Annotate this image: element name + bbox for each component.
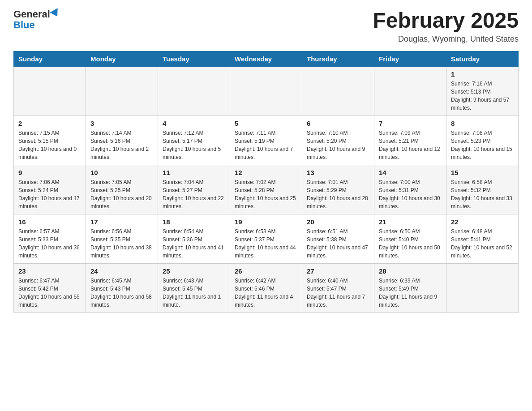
day-number: 14 <box>379 169 442 176</box>
calendar-cell: 11Sunrise: 7:04 AMSunset: 5:27 PMDayligh… <box>158 165 230 214</box>
weekday-header-tuesday: Tuesday <box>158 51 230 66</box>
day-number: 25 <box>163 267 225 275</box>
day-number: 20 <box>307 218 369 226</box>
day-number: 11 <box>163 169 225 176</box>
day-number: 28 <box>379 267 442 275</box>
calendar-body: 1Sunrise: 7:16 AMSunset: 5:13 PMDaylight… <box>14 66 519 313</box>
calendar-cell: 6Sunrise: 7:10 AMSunset: 5:20 PMDaylight… <box>302 116 374 165</box>
day-info: Sunrise: 6:48 AMSunset: 5:41 PMDaylight:… <box>451 227 514 260</box>
calendar-cell: 7Sunrise: 7:09 AMSunset: 5:21 PMDaylight… <box>374 116 446 165</box>
day-info: Sunrise: 6:40 AMSunset: 5:47 PMDaylight:… <box>307 277 369 309</box>
calendar-week-row: 9Sunrise: 7:06 AMSunset: 5:24 PMDaylight… <box>14 165 519 214</box>
calendar-week-row: 16Sunrise: 6:57 AMSunset: 5:33 PMDayligh… <box>14 214 519 263</box>
day-info: Sunrise: 7:02 AMSunset: 5:28 PMDaylight:… <box>235 178 297 210</box>
logo-general-text: General <box>13 9 50 20</box>
title-block: February 2025 Douglas, Wyoming, United S… <box>373 9 519 44</box>
calendar-cell: 27Sunrise: 6:40 AMSunset: 5:47 PMDayligh… <box>302 263 374 313</box>
day-number: 6 <box>307 120 369 127</box>
calendar-cell <box>302 66 374 116</box>
calendar-cell <box>230 66 302 116</box>
day-info: Sunrise: 6:50 AMSunset: 5:40 PMDaylight:… <box>379 227 442 260</box>
day-number: 23 <box>18 267 81 275</box>
day-number: 12 <box>235 169 297 176</box>
calendar-cell: 14Sunrise: 7:00 AMSunset: 5:31 PMDayligh… <box>374 165 446 214</box>
day-info: Sunrise: 7:12 AMSunset: 5:17 PMDaylight:… <box>163 129 225 161</box>
day-info: Sunrise: 7:05 AMSunset: 5:25 PMDaylight:… <box>90 178 153 210</box>
weekday-header-saturday: Saturday <box>446 51 519 66</box>
calendar-cell: 13Sunrise: 7:01 AMSunset: 5:29 PMDayligh… <box>302 165 374 214</box>
day-info: Sunrise: 7:09 AMSunset: 5:21 PMDaylight:… <box>379 129 442 161</box>
day-number: 22 <box>451 218 514 226</box>
calendar-cell: 10Sunrise: 7:05 AMSunset: 5:25 PMDayligh… <box>86 165 158 214</box>
day-info: Sunrise: 7:16 AMSunset: 5:13 PMDaylight:… <box>451 80 514 112</box>
day-number: 26 <box>235 267 297 275</box>
day-info: Sunrise: 6:42 AMSunset: 5:46 PMDaylight:… <box>235 277 297 309</box>
day-number: 2 <box>18 120 81 127</box>
calendar-cell: 26Sunrise: 6:42 AMSunset: 5:46 PMDayligh… <box>230 263 302 313</box>
calendar-week-row: 2Sunrise: 7:15 AMSunset: 5:15 PMDaylight… <box>14 116 519 165</box>
calendar-cell: 18Sunrise: 6:54 AMSunset: 5:36 PMDayligh… <box>158 214 230 263</box>
day-number: 16 <box>18 218 81 226</box>
weekday-header-wednesday: Wednesday <box>230 51 302 66</box>
month-title: February 2025 <box>373 9 519 33</box>
calendar-cell: 1Sunrise: 7:16 AMSunset: 5:13 PMDaylight… <box>446 66 519 116</box>
day-number: 10 <box>90 169 153 176</box>
calendar-cell: 12Sunrise: 7:02 AMSunset: 5:28 PMDayligh… <box>230 165 302 214</box>
day-number: 18 <box>163 218 225 226</box>
logo-triangle-icon <box>50 8 61 19</box>
day-number: 13 <box>307 169 369 176</box>
day-info: Sunrise: 7:00 AMSunset: 5:31 PMDaylight:… <box>379 178 442 210</box>
calendar-cell: 23Sunrise: 6:47 AMSunset: 5:42 PMDayligh… <box>14 263 86 313</box>
weekday-header-thursday: Thursday <box>302 51 374 66</box>
weekday-header-monday: Monday <box>86 51 158 66</box>
day-number: 27 <box>307 267 369 275</box>
calendar-cell <box>446 263 519 313</box>
weekday-header-sunday: Sunday <box>14 51 86 66</box>
day-info: Sunrise: 7:15 AMSunset: 5:15 PMDaylight:… <box>18 129 81 161</box>
day-info: Sunrise: 6:45 AMSunset: 5:43 PMDaylight:… <box>90 277 153 309</box>
weekday-header-friday: Friday <box>374 51 446 66</box>
calendar-header: SundayMondayTuesdayWednesdayThursdayFrid… <box>14 51 519 66</box>
day-info: Sunrise: 7:06 AMSunset: 5:24 PMDaylight:… <box>18 178 81 210</box>
calendar-week-row: 1Sunrise: 7:16 AMSunset: 5:13 PMDaylight… <box>14 66 519 116</box>
day-info: Sunrise: 6:53 AMSunset: 5:37 PMDaylight:… <box>235 227 297 260</box>
calendar-cell: 8Sunrise: 7:08 AMSunset: 5:23 PMDaylight… <box>446 116 519 165</box>
calendar-week-row: 23Sunrise: 6:47 AMSunset: 5:42 PMDayligh… <box>14 263 519 313</box>
day-info: Sunrise: 6:56 AMSunset: 5:35 PMDaylight:… <box>90 227 153 260</box>
logo-blue-text: Blue <box>13 20 35 30</box>
logo: General Blue <box>13 9 60 30</box>
day-number: 15 <box>451 169 514 176</box>
calendar-cell: 20Sunrise: 6:51 AMSunset: 5:38 PMDayligh… <box>302 214 374 263</box>
calendar-cell: 24Sunrise: 6:45 AMSunset: 5:43 PMDayligh… <box>86 263 158 313</box>
weekday-header-row: SundayMondayTuesdayWednesdayThursdayFrid… <box>14 51 519 66</box>
calendar-cell: 25Sunrise: 6:43 AMSunset: 5:45 PMDayligh… <box>158 263 230 313</box>
calendar-cell: 9Sunrise: 7:06 AMSunset: 5:24 PMDaylight… <box>14 165 86 214</box>
day-info: Sunrise: 7:04 AMSunset: 5:27 PMDaylight:… <box>163 178 225 210</box>
calendar-cell: 21Sunrise: 6:50 AMSunset: 5:40 PMDayligh… <box>374 214 446 263</box>
calendar-cell: 2Sunrise: 7:15 AMSunset: 5:15 PMDaylight… <box>14 116 86 165</box>
day-number: 8 <box>451 120 514 127</box>
calendar-cell: 19Sunrise: 6:53 AMSunset: 5:37 PMDayligh… <box>230 214 302 263</box>
day-info: Sunrise: 6:47 AMSunset: 5:42 PMDaylight:… <box>18 277 81 309</box>
calendar-cell: 28Sunrise: 6:39 AMSunset: 5:49 PMDayligh… <box>374 263 446 313</box>
day-info: Sunrise: 7:01 AMSunset: 5:29 PMDaylight:… <box>307 178 369 210</box>
day-number: 21 <box>379 218 442 226</box>
calendar-table: SundayMondayTuesdayWednesdayThursdayFrid… <box>13 51 519 313</box>
calendar-cell <box>158 66 230 116</box>
calendar-cell: 4Sunrise: 7:12 AMSunset: 5:17 PMDaylight… <box>158 116 230 165</box>
day-number: 9 <box>18 169 81 176</box>
day-info: Sunrise: 6:54 AMSunset: 5:36 PMDaylight:… <box>163 227 225 260</box>
day-number: 17 <box>90 218 153 226</box>
day-info: Sunrise: 6:57 AMSunset: 5:33 PMDaylight:… <box>18 227 81 260</box>
calendar-cell <box>374 66 446 116</box>
calendar-cell: 3Sunrise: 7:14 AMSunset: 5:16 PMDaylight… <box>86 116 158 165</box>
day-info: Sunrise: 7:08 AMSunset: 5:23 PMDaylight:… <box>451 129 514 161</box>
calendar-cell: 17Sunrise: 6:56 AMSunset: 5:35 PMDayligh… <box>86 214 158 263</box>
day-info: Sunrise: 7:14 AMSunset: 5:16 PMDaylight:… <box>90 129 153 161</box>
location-title: Douglas, Wyoming, United States <box>373 34 519 44</box>
day-number: 3 <box>90 120 153 127</box>
day-info: Sunrise: 6:39 AMSunset: 5:49 PMDaylight:… <box>379 277 442 309</box>
day-number: 4 <box>163 120 225 127</box>
calendar-cell <box>14 66 86 116</box>
calendar-cell: 15Sunrise: 6:58 AMSunset: 5:32 PMDayligh… <box>446 165 519 214</box>
